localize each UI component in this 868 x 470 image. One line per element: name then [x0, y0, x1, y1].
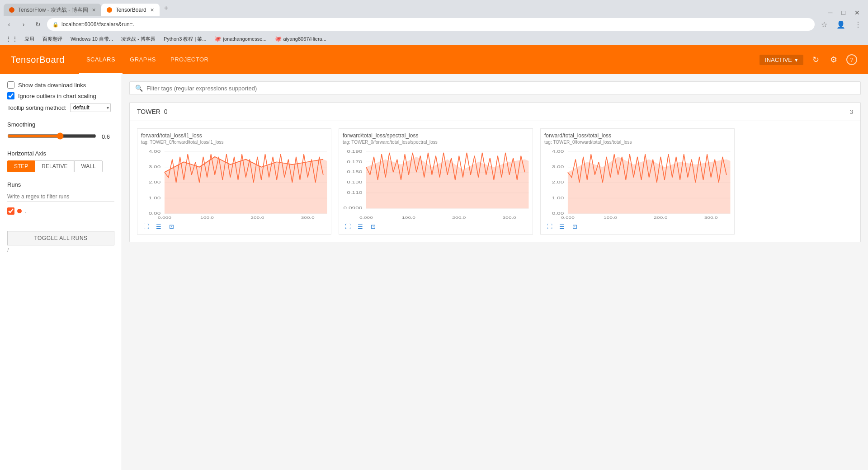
axis-btn-relative[interactable]: RELATIVE	[35, 160, 74, 172]
axis-btn-wall[interactable]: WALL	[74, 160, 102, 172]
bookmark-github2[interactable]: 🐙 aiyang8067/Hiera...	[271, 35, 330, 43]
tab-favicon-2	[107, 7, 112, 13]
svg-marker-42	[568, 157, 731, 214]
svg-text:0.000: 0.000	[359, 216, 373, 219]
show-download-checkbox[interactable]	[7, 81, 14, 89]
back-button[interactable]: ‹	[4, 19, 14, 30]
apps-icon[interactable]: ⋮⋮	[4, 35, 20, 42]
bookmark-label-2: Windows 10 自带...	[71, 36, 113, 42]
ignore-outliers-label[interactable]: Ignore outliers in chart scaling	[18, 93, 96, 99]
download-btn-spectral[interactable]: ⊡	[368, 221, 378, 231]
axis-btn-step[interactable]: STEP	[7, 160, 35, 172]
svg-text:200.0: 200.0	[250, 216, 264, 219]
maximize-icon[interactable]: □	[837, 9, 850, 16]
new-tab-button[interactable]: +	[160, 4, 173, 12]
chart-area-l1: 4.00 3.00 2.00 1.00 0.00	[137, 146, 331, 219]
svg-text:200.0: 200.0	[654, 216, 667, 219]
star-icon[interactable]: ☆	[818, 20, 830, 29]
expand-btn-l1[interactable]: ⛶	[141, 221, 151, 231]
ignore-outliers-row: Ignore outliers in chart scaling	[7, 92, 114, 99]
run-name-dot: .	[24, 208, 26, 214]
svg-text:100.0: 100.0	[604, 216, 617, 219]
tower-count: 3	[850, 108, 853, 115]
smoothing-section: Smoothing 0.6	[7, 121, 114, 141]
settings-icon[interactable]: ⚙	[828, 53, 839, 66]
nav-projector[interactable]: PROJECTOR	[163, 45, 216, 74]
chart-title-total: forward/total_loss/total_loss	[541, 129, 734, 140]
header-right: INACTIVE ▾ ↻ ⚙ ?	[760, 53, 857, 66]
show-download-label[interactable]: Show data download links	[18, 82, 86, 89]
refresh-icon[interactable]: ↻	[811, 53, 821, 66]
forward-button[interactable]: ›	[18, 19, 29, 30]
filter-bar: 🔍	[129, 81, 861, 95]
bookmark-label-0: 应用	[24, 36, 34, 42]
chart-area-total: 4.00 3.00 2.00 1.00 0.00	[541, 146, 734, 219]
svg-text:2.00: 2.00	[552, 180, 564, 184]
chart-l1-loss: forward/total_loss/l1_loss tag: TOWER_0/…	[137, 128, 331, 235]
svg-text:1.00: 1.00	[552, 195, 564, 200]
ignore-outliers-checkbox[interactable]	[7, 92, 14, 99]
download-btn-l1[interactable]: ⊡	[166, 221, 176, 231]
chart-spectral-loss: forward/total_loss/spectral_loss tag: TO…	[339, 128, 533, 235]
tower-title: TOWER_0	[137, 108, 167, 115]
chart-tag-total: tag: TOWER_0/forward/total_loss/total_lo…	[541, 140, 734, 146]
bookmark-yingyong[interactable]: 应用	[21, 35, 38, 43]
run-checkbox-dot[interactable]	[7, 207, 14, 215]
tab-close-2[interactable]: ✕	[150, 7, 154, 13]
tb-nav: SCALARS GRAPHS PROJECTOR	[79, 45, 216, 74]
lock-icon: 🔒	[52, 22, 59, 28]
chart-total-loss: forward/total_loss/total_loss tag: TOWER…	[540, 128, 735, 235]
tooltip-row: Tooltip sorting method: default ascendin…	[7, 103, 114, 112]
tb-logo: TensorBoard	[11, 55, 65, 65]
tab-close-1[interactable]: ✕	[92, 7, 96, 13]
bookmark-github1[interactable]: 🐙 jonathangomesse...	[211, 35, 270, 43]
download-btn-total[interactable]: ⊡	[570, 221, 580, 231]
svg-text:300.0: 300.0	[503, 216, 516, 219]
close-window-icon[interactable]: ✕	[850, 9, 864, 16]
svg-text:0.000: 0.000	[158, 216, 171, 219]
tab-tensorflow[interactable]: TensorFlow - 凌迭战 - 博客园 ✕	[4, 4, 101, 16]
menu-icon[interactable]: ⋮	[852, 20, 864, 29]
help-icon[interactable]: ?	[846, 54, 857, 65]
series-btn-spectral[interactable]: ☰	[355, 221, 365, 231]
series-btn-l1[interactable]: ☰	[154, 221, 164, 231]
chart-title-spectral: forward/total_loss/spectral_loss	[339, 129, 533, 140]
account-icon[interactable]: 👤	[834, 20, 848, 29]
tb-header: TensorBoard SCALARS GRAPHS PROJECTOR INA…	[0, 45, 868, 74]
svg-text:1.00: 1.00	[149, 195, 161, 200]
smoothing-value: 0.6	[102, 133, 114, 140]
runs-filter-input[interactable]	[7, 192, 114, 202]
run-dot	[17, 209, 22, 213]
bookmark-blog1[interactable]: 凌迭战 - 博客园	[118, 35, 159, 43]
bookmark-python[interactable]: Python3 教程 | 菜...	[160, 35, 210, 43]
browser-chrome: TensorFlow - 凌迭战 - 博客园 ✕ TensorBoard ✕ +…	[0, 0, 868, 45]
inactive-button[interactable]: INACTIVE ▾	[760, 55, 803, 65]
chart-tag-spectral: tag: TOWER_0/forward/total_loss/spectral…	[339, 140, 533, 146]
minimize-icon[interactable]: ─	[824, 9, 837, 16]
nav-graphs[interactable]: GRAPHS	[123, 45, 163, 74]
bookmark-github1-icon: 🐙	[214, 36, 221, 42]
filter-tags-input[interactable]	[146, 85, 855, 92]
svg-text:0.170: 0.170	[347, 159, 363, 164]
filter-search-icon: 🔍	[135, 85, 143, 92]
refresh-button[interactable]: ↻	[33, 19, 43, 30]
toggle-all-runs-button[interactable]: TOGGLE ALL RUNS	[7, 231, 114, 245]
tab-tensorboard[interactable]: TensorBoard ✕	[101, 4, 160, 16]
expand-btn-total[interactable]: ⛶	[544, 221, 554, 231]
expand-btn-spectral[interactable]: ⛶	[343, 221, 353, 231]
tower-header: TOWER_0 3	[130, 103, 860, 121]
series-btn-total[interactable]: ☰	[557, 221, 567, 231]
bookmark-baidu[interactable]: 百度翻译	[39, 35, 66, 43]
tab-bar: TensorFlow - 凌迭战 - 博客园 ✕ TensorBoard ✕ +…	[0, 0, 868, 16]
tb-content: 🔍 TOWER_0 3 forward/total_loss/l1_loss t…	[122, 74, 868, 470]
chart-svg-spectral: 0.190 0.170 0.150 0.130 0.110 0.0900	[339, 146, 533, 219]
nav-scalars[interactable]: SCALARS	[79, 45, 123, 74]
url-bar[interactable]: 🔒 localhost:6006/#scalars&run=.	[47, 18, 815, 31]
bookmark-label-4: Python3 教程 | 菜...	[164, 36, 207, 42]
tooltip-select[interactable]: default ascending descending nearest	[70, 103, 111, 112]
svg-text:100.0: 100.0	[402, 216, 415, 219]
tooltip-select-wrapper[interactable]: default ascending descending nearest	[70, 103, 111, 112]
bookmark-github2-icon: 🐙	[275, 36, 282, 42]
smoothing-slider[interactable]	[7, 132, 96, 140]
bookmark-windows[interactable]: Windows 10 自带...	[67, 35, 117, 43]
